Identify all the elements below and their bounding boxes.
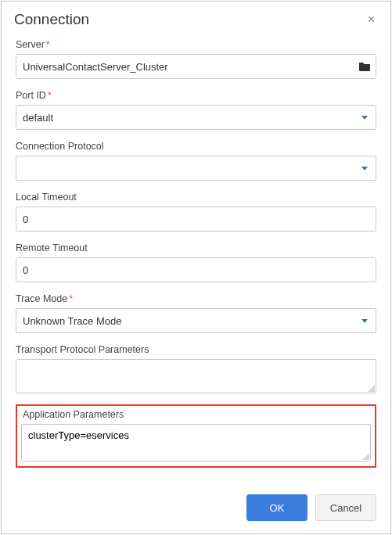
required-marker: *: [46, 39, 50, 50]
dialog-header: Connection ×: [2, 2, 390, 34]
server-input[interactable]: [16, 55, 354, 78]
transport-protocol-parameters-wrap[interactable]: [16, 359, 376, 393]
connection-protocol-select[interactable]: [16, 156, 376, 181]
close-icon[interactable]: ×: [365, 12, 378, 27]
chevron-down-icon[interactable]: [354, 167, 376, 171]
remote-timeout-input[interactable]: [16, 258, 376, 282]
dialog-footer: OK Cancel: [2, 485, 390, 533]
connection-protocol-input[interactable]: [16, 156, 354, 180]
local-timeout-input[interactable]: [16, 207, 376, 231]
field-remote-timeout: Remote Timeout: [16, 242, 376, 282]
local-timeout-label: Local Timeout: [16, 192, 376, 203]
field-application-parameters: Application Parameters clusterType=eserv…: [21, 409, 371, 461]
local-timeout-wrap[interactable]: [16, 206, 376, 232]
chevron-down-icon[interactable]: [354, 319, 376, 323]
port-id-select[interactable]: [16, 105, 376, 130]
remote-timeout-label: Remote Timeout: [16, 242, 376, 253]
transport-protocol-parameters-label: Transport Protocol Parameters: [16, 344, 376, 355]
folder-icon[interactable]: [354, 61, 376, 72]
remote-timeout-wrap[interactable]: [16, 257, 376, 282]
dialog-body: Server* Port ID* Connection Protocol: [2, 34, 390, 485]
application-parameters-highlight: Application Parameters clusterType=eserv…: [16, 404, 376, 468]
field-port-id: Port ID*: [16, 90, 376, 130]
chevron-down-icon[interactable]: [354, 116, 376, 120]
application-parameters-wrap[interactable]: clusterType=eservices: [21, 424, 371, 461]
trace-mode-label-text: Trace Mode: [16, 293, 67, 304]
application-parameters-label: Application Parameters: [23, 409, 371, 420]
field-trace-mode: Trace Mode*: [16, 293, 376, 333]
field-transport-protocol-parameters: Transport Protocol Parameters: [16, 344, 376, 393]
ok-button[interactable]: OK: [246, 494, 307, 521]
transport-protocol-parameters-input[interactable]: [16, 360, 376, 393]
field-connection-protocol: Connection Protocol: [16, 141, 376, 181]
port-id-input[interactable]: [16, 106, 354, 129]
dialog-title: Connection: [14, 11, 89, 28]
connection-protocol-label: Connection Protocol: [16, 141, 376, 152]
cancel-button[interactable]: Cancel: [315, 494, 376, 521]
required-marker: *: [48, 90, 52, 101]
trace-mode-select[interactable]: [16, 308, 376, 333]
server-label: Server*: [16, 39, 376, 50]
connection-dialog: Connection × Server* Port ID*: [1, 1, 391, 534]
trace-mode-label: Trace Mode*: [16, 293, 376, 304]
field-local-timeout: Local Timeout: [16, 192, 376, 232]
server-label-text: Server: [16, 39, 45, 50]
field-server: Server*: [16, 39, 376, 79]
port-id-label-text: Port ID: [16, 90, 46, 101]
server-input-wrap[interactable]: [16, 54, 376, 79]
port-id-label: Port ID*: [16, 90, 376, 101]
trace-mode-input[interactable]: [16, 309, 354, 332]
application-parameters-input[interactable]: clusterType=eservices: [22, 425, 370, 461]
required-marker: *: [69, 293, 73, 304]
